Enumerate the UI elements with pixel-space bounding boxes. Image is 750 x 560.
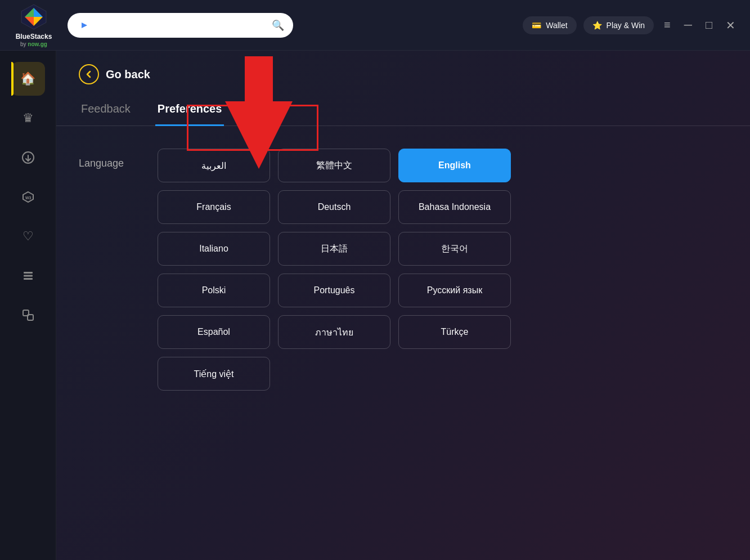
language-button-korean[interactable]: 한국어 — [398, 232, 511, 266]
tab-preferences[interactable]: Preferences — [155, 93, 224, 126]
language-button-polish[interactable]: Polski — [158, 274, 270, 307]
sidebar: 🏠 ♛ W3 ♡ — [0, 51, 56, 560]
language-button-english[interactable]: English — [398, 149, 511, 182]
body: 🏠 ♛ W3 ♡ — [0, 51, 750, 560]
wallet-button[interactable]: 💳 Wallet — [523, 16, 576, 34]
sidebar-item-multiinstance[interactable] — [11, 298, 45, 332]
menu-button[interactable]: ≡ — [661, 15, 674, 35]
go-back-circle — [79, 64, 99, 84]
search-input[interactable]: RAID: Shadow Legend — [96, 20, 266, 30]
language-button-japanese[interactable]: 日本語 — [278, 232, 390, 266]
tabs: Feedback Preferences About — [56, 93, 750, 126]
language-button-spanish[interactable]: Español — [158, 315, 270, 349]
logo-text: BlueStacks by now.gg — [16, 33, 52, 47]
language-button-thai[interactable]: ภาษาไทย — [278, 315, 390, 349]
language-section: Language العربية繁體中文EnglishFrançaisDeuts… — [79, 149, 727, 391]
star-icon: ⭐ — [592, 21, 602, 30]
sidebar-item-crown[interactable]: ♛ — [11, 101, 45, 135]
wallet-icon: 💳 — [532, 21, 541, 30]
svg-text:W3: W3 — [25, 196, 32, 200]
sidebar-item-download[interactable] — [11, 141, 45, 174]
tab-feedback[interactable]: Feedback — [79, 93, 133, 126]
close-button[interactable]: ✕ — [722, 15, 739, 35]
preferences-content: Language العربية繁體中文EnglishFrançaisDeuts… — [56, 126, 750, 413]
minimize-button[interactable]: ─ — [681, 15, 695, 35]
svg-rect-13 — [24, 278, 33, 280]
play-win-label: Play & Win — [607, 21, 645, 30]
language-button-german[interactable]: Deutsch — [278, 190, 390, 224]
language-grid: العربية繁體中文EnglishFrançaisDeutschBahasa … — [158, 149, 511, 391]
maximize-button[interactable]: □ — [702, 15, 716, 35]
play-store-icon — [77, 19, 90, 32]
header-actions: 💳 Wallet ⭐ Play & Win ≡ ─ □ ✕ — [523, 15, 739, 35]
language-button-vietnamese[interactable]: Tiếng việt — [158, 357, 270, 391]
language-button-russian[interactable]: Русский язык — [398, 274, 511, 307]
bluestacks-logo-icon — [19, 2, 48, 32]
sidebar-item-favorites[interactable]: ♡ — [11, 219, 45, 253]
play-win-button[interactable]: ⭐ Play & Win — [583, 16, 654, 34]
language-label: Language — [79, 149, 135, 169]
language-button-traditional-chinese[interactable]: 繁體中文 — [278, 149, 390, 182]
language-button-arabic[interactable]: العربية — [158, 149, 270, 182]
logo: BlueStacks by now.gg — [11, 2, 56, 47]
sidebar-item-home[interactable]: 🏠 — [11, 62, 45, 96]
go-back-text: Go back — [106, 68, 150, 81]
tab-about[interactable]: About — [246, 93, 280, 126]
language-button-french[interactable]: Français — [158, 190, 270, 224]
wallet-label: Wallet — [546, 21, 567, 30]
language-button-turkish[interactable]: Türkçe — [398, 315, 511, 349]
header: BlueStacks by now.gg RAID: Shadow Legend… — [0, 0, 750, 51]
language-button-portuguese[interactable]: Português — [278, 274, 390, 307]
language-button-italian[interactable]: Italiano — [158, 232, 270, 266]
sidebar-item-layers[interactable] — [11, 259, 45, 293]
search-icon[interactable]: 🔍 — [272, 19, 284, 32]
search-bar[interactable]: RAID: Shadow Legend 🔍 — [68, 13, 293, 38]
main-content: Go back Feedback Preferences About Langu… — [56, 51, 750, 560]
svg-rect-11 — [24, 272, 33, 274]
sidebar-item-wrapper-home: 🏠 — [11, 62, 45, 96]
active-indicator — [11, 62, 14, 96]
svg-rect-12 — [24, 275, 33, 277]
sidebar-item-web3[interactable]: W3 — [11, 180, 45, 214]
go-back-button[interactable]: Go back — [56, 51, 750, 93]
language-button-bahasa[interactable]: Bahasa Indonesia — [398, 190, 511, 224]
